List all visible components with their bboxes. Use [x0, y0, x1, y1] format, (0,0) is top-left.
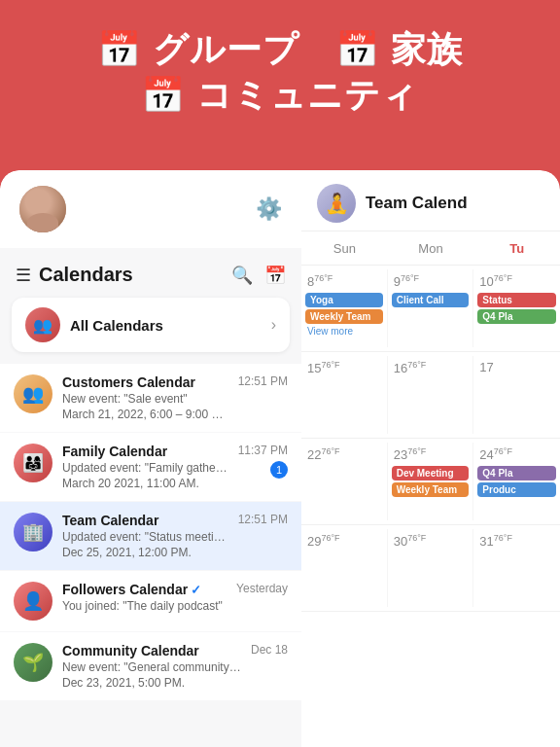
- day-number: 1076°F: [477, 273, 556, 289]
- chevron-icon: ›: [271, 316, 276, 334]
- cal-name-team: Team Calendar: [62, 513, 228, 528]
- cal-desc-followers: You joined: "The daily podcast": [62, 599, 227, 613]
- cal-subdesc-team: Dec 25, 2021, 12:00 PM.: [62, 546, 228, 559]
- day-number: 2476°F: [477, 446, 556, 462]
- event-pill[interactable]: Dev Meeting: [392, 466, 470, 480]
- cal-subdesc-customers: March 21, 2022, 6:00 – 9:00 PM.: [62, 408, 228, 421]
- all-calendars-button[interactable]: All Calendars ›: [12, 298, 290, 352]
- view-more[interactable]: View more: [305, 326, 383, 337]
- event-pill[interactable]: Q4 Pla: [477, 466, 556, 480]
- add-calendar-icon[interactable]: 📅: [264, 265, 286, 286]
- day-number: 2276°F: [305, 446, 383, 462]
- day-label: Mon: [418, 241, 442, 256]
- day-number: 876°F: [305, 273, 383, 289]
- cal-date-followers: Yesterday: [236, 582, 288, 595]
- header-line1: 📅 グループ 📅 家族: [97, 29, 463, 69]
- day-number: 3076°F: [392, 533, 470, 549]
- event-pill[interactable]: Weekly Team: [392, 482, 470, 497]
- calendars-title: Calendars: [39, 264, 133, 286]
- day-number: 1576°F: [305, 360, 383, 375]
- cal-subdesc-community: Dec 23, 2021, 5:00 PM.: [62, 676, 241, 690]
- day-number: 2376°F: [392, 446, 470, 462]
- cal-avatar-customers: 👥: [14, 374, 52, 413]
- week-row-3: 2976°F3076°F3176°F: [301, 525, 560, 612]
- cal-name-family: Family Calendar: [62, 444, 228, 459]
- day-cell-2-2[interactable]: 2476°FQ4 PlaProduc: [473, 443, 560, 520]
- user-avatar[interactable]: [19, 186, 66, 232]
- day-cell-2-0[interactable]: 2276°F: [301, 443, 388, 520]
- week-row-1: 1576°F1676°F17: [301, 352, 560, 439]
- calendars-header: ☰ Calendars 🔍 📅: [0, 248, 301, 294]
- day-cell-1-2[interactable]: 17: [473, 356, 560, 434]
- cal-badge-family: 1: [270, 461, 288, 479]
- profile-section: ⚙️: [0, 170, 301, 248]
- event-pill[interactable]: Status: [477, 293, 556, 307]
- calendar-item-customers[interactable]: 👥 Customers Calendar New event: "Sale ev…: [0, 364, 301, 432]
- cal-desc-team: Updated event: "Status meeting": [62, 530, 228, 544]
- right-panel: Team Calend SunMonTu 876°FYogaWeekly Tea…: [301, 170, 560, 747]
- day-header-tu: Tu: [473, 235, 560, 261]
- calendar-item-community[interactable]: 🌱 Community Calendar New event: "General…: [0, 632, 301, 700]
- cal-name-followers: Followers Calendar✓: [62, 582, 227, 597]
- day-header-mon: Mon: [388, 235, 474, 261]
- day-number: 2976°F: [305, 533, 383, 549]
- event-pill[interactable]: Weekly Team: [305, 309, 383, 324]
- day-cell-1-1[interactable]: 1676°F: [388, 356, 474, 434]
- week-row-0: 876°FYogaWeekly TeamView more976°FClient…: [301, 266, 560, 352]
- day-cell-3-0[interactable]: 2976°F: [301, 529, 388, 607]
- day-cell-0-0[interactable]: 876°FYogaWeekly TeamView more: [301, 269, 388, 347]
- calendar-item-followers[interactable]: 👤 Followers Calendar✓ You joined: "The d…: [0, 571, 301, 631]
- day-cell-2-1[interactable]: 2376°FDev MeetingWeekly Team: [388, 443, 474, 520]
- event-pill[interactable]: Client Call: [392, 293, 470, 307]
- cal-name-community: Community Calendar: [62, 643, 241, 658]
- calendar-grid: 876°FYogaWeekly TeamView more976°FClient…: [301, 266, 560, 747]
- day-headers: SunMonTu: [301, 231, 560, 266]
- cal-avatar-community: 🌱: [14, 643, 52, 682]
- app-header: 📅 グループ 📅 家族 📅 コミュニティ: [0, 0, 560, 138]
- calendar-item-team[interactable]: 🏢 Team Calendar Updated event: "Status m…: [0, 502, 301, 570]
- cal-avatar-team: 🏢: [14, 513, 52, 551]
- day-number: 1676°F: [392, 360, 470, 375]
- header-text: 📅 グループ 📅 家族 📅 コミュニティ: [19, 27, 541, 119]
- cal-avatar-family: 👨‍👩‍👧: [14, 444, 52, 482]
- day-cell-3-2[interactable]: 3176°F: [473, 529, 560, 607]
- left-panel: ⚙️ ☰ Calendars 🔍 📅 All Calendars ›: [0, 170, 301, 747]
- cal-date-team: 12:51 PM: [238, 513, 288, 526]
- cal-name-customers: Customers Calendar: [62, 374, 228, 390]
- cal-subdesc-family: March 20 2021, 11:00 AM.: [62, 477, 228, 490]
- day-number: 3176°F: [477, 533, 556, 549]
- main-area: ⚙️ ☰ Calendars 🔍 📅 All Calendars ›: [0, 170, 560, 747]
- event-pill[interactable]: Produc: [477, 482, 556, 497]
- cal-desc-family: Updated event: "Family gathering": [62, 461, 228, 475]
- search-icon[interactable]: 🔍: [231, 265, 253, 286]
- day-cell-0-2[interactable]: 1076°FStatusQ4 Pla: [473, 269, 560, 347]
- day-cell-0-1[interactable]: 976°FClient Call: [388, 269, 474, 347]
- all-cal-avatar: [25, 307, 60, 342]
- day-cell-3-1[interactable]: 3076°F: [388, 529, 474, 607]
- event-pill[interactable]: Yoga: [305, 293, 383, 307]
- event-pill[interactable]: Q4 Pla: [477, 309, 556, 324]
- hamburger-icon[interactable]: ☰: [16, 265, 31, 286]
- settings-icon[interactable]: ⚙️: [256, 196, 282, 222]
- day-label: Tu: [509, 241, 524, 256]
- cal-date-family: 11:37 PM: [238, 444, 288, 457]
- all-cal-label: All Calendars: [70, 317, 163, 334]
- day-cell-1-0[interactable]: 1576°F: [301, 356, 388, 434]
- cal-date-community: Dec 18: [251, 643, 288, 657]
- cal-avatar-followers: 👤: [14, 582, 52, 621]
- day-header-sun: Sun: [301, 235, 388, 261]
- cal-desc-community: New event: "General community updates": [62, 660, 241, 674]
- calendar-header: Team Calend: [301, 170, 560, 231]
- team-calendar-avatar: [317, 184, 356, 223]
- calendar-list: 👥 Customers Calendar New event: "Sale ev…: [0, 364, 301, 747]
- cal-desc-customers: New event: "Sale event": [62, 392, 228, 406]
- day-number: 17: [477, 360, 556, 374]
- day-label: Sun: [333, 241, 356, 256]
- cal-date-customers: 12:51 PM: [238, 374, 288, 388]
- week-row-2: 2276°F2376°FDev MeetingWeekly Team2476°F…: [301, 439, 560, 525]
- day-number: 976°F: [392, 273, 470, 289]
- calendar-item-family[interactable]: 👨‍👩‍👧 Family Calendar Updated event: "Fa…: [0, 433, 301, 501]
- team-calendar-title: Team Calend: [366, 194, 468, 213]
- header-line2: 📅 コミュニティ: [141, 75, 418, 115]
